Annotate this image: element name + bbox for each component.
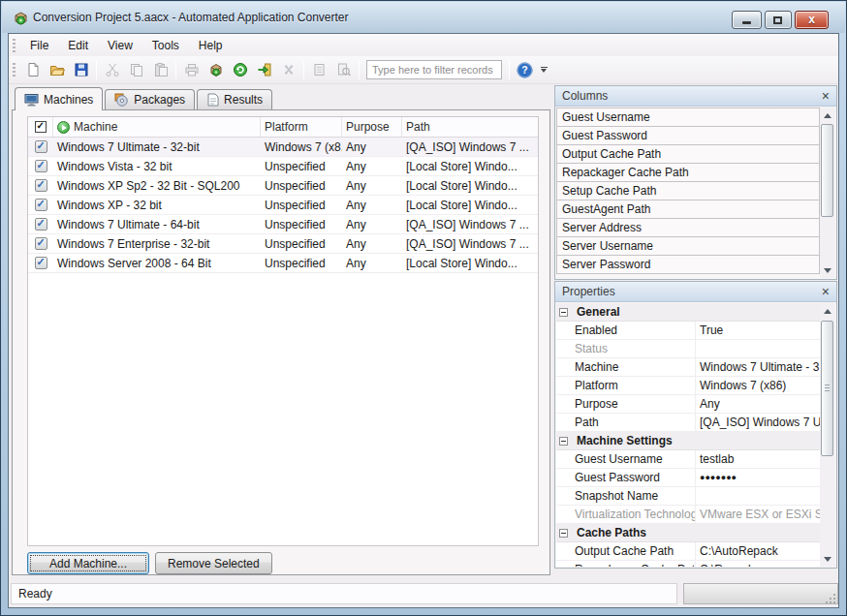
cell-path: [QA_ISO] Windows 7 ... (402, 218, 538, 231)
property-row[interactable]: Snapshot Name (556, 487, 820, 506)
row-checkbox[interactable] (35, 257, 47, 269)
column-header-path[interactable]: Path (402, 117, 538, 137)
property-value[interactable]: C:\AutoRepack (695, 542, 820, 560)
row-checkbox[interactable] (35, 218, 47, 231)
property-row[interactable]: Guest Password ●●●●●●● (556, 469, 820, 487)
property-value[interactable]: C:\Repackager (695, 561, 820, 567)
minimize-button[interactable] (732, 11, 762, 29)
tab-packages[interactable]: Packages (105, 89, 195, 109)
row-checkbox[interactable] (35, 237, 47, 250)
property-value[interactable]: ●●●●●●● (695, 469, 820, 486)
row-checkbox[interactable] (35, 140, 47, 153)
table-row[interactable]: Windows XP Sp2 - 32 Bit - SQL200 Unspeci… (28, 176, 538, 196)
column-header-purpose[interactable]: Purpose (342, 117, 402, 137)
property-row[interactable]: Status (556, 340, 820, 358)
property-row[interactable]: Path [QA_ISO] Windows 7 Ul (556, 414, 820, 432)
property-row[interactable]: Purpose Any (556, 395, 820, 414)
property-label: Enabled (556, 323, 695, 337)
list-item[interactable]: Server Address (556, 218, 820, 237)
row-checkbox[interactable] (35, 179, 47, 192)
property-value[interactable]: Windows 7 Ultimate - 3 (695, 358, 820, 376)
tab-results[interactable]: Results (197, 89, 272, 109)
list-item[interactable]: Guest Username (556, 108, 820, 127)
list-item[interactable]: Server Password (556, 255, 820, 274)
property-row[interactable]: Enabled True (556, 322, 820, 340)
list-item[interactable]: Guest Password (556, 126, 820, 145)
export-button[interactable] (253, 59, 275, 81)
scroll-down-icon[interactable] (820, 262, 835, 278)
remove-selected-button[interactable]: Remove Selected (155, 552, 272, 574)
run-conversion-button[interactable] (229, 59, 251, 81)
row-checkbox[interactable] (35, 199, 47, 211)
list-item[interactable]: Output Cache Path (556, 144, 820, 164)
table-row[interactable]: Windows 7 Ultimate - 64-bit Unspecified … (28, 215, 538, 234)
property-section[interactable]: Cache Paths (556, 524, 820, 542)
property-value[interactable]: Windows 7 (x86) (695, 377, 820, 394)
menu-file[interactable]: File (20, 36, 58, 55)
scrollbar-thumb[interactable] (821, 321, 833, 456)
column-header-platform[interactable]: Platform (261, 117, 342, 137)
new-document-button[interactable] (21, 59, 44, 81)
collapse-icon[interactable] (559, 529, 568, 538)
property-label: Guest Password (556, 471, 695, 484)
maximize-button[interactable] (765, 11, 792, 29)
close-icon[interactable]: × (822, 89, 830, 103)
menu-edit[interactable]: Edit (58, 36, 98, 55)
help-button[interactable]: ? (514, 59, 536, 81)
scroll-down-icon[interactable] (820, 551, 835, 567)
select-all-checkbox-box[interactable] (35, 121, 47, 133)
property-value[interactable] (695, 487, 820, 505)
table-row[interactable]: Windows Server 2008 - 64 Bit Unspecified… (28, 254, 538, 273)
menu-help[interactable]: Help (189, 36, 233, 55)
property-row[interactable]: Virtualization Technolog VMware ESX or E… (556, 506, 820, 524)
menu-bar: File Edit View Tools Help (9, 34, 838, 56)
row-checkbox[interactable] (35, 160, 47, 172)
collapse-icon[interactable] (559, 308, 568, 317)
scroll-up-icon[interactable] (820, 108, 835, 123)
table-row[interactable]: Windows XP - 32 bit Unspecified Any [Loc… (28, 196, 538, 215)
list-item[interactable]: Server Username (556, 236, 820, 256)
menu-view[interactable]: View (98, 36, 142, 55)
add-machine-button[interactable]: Add Machine... (27, 552, 149, 574)
scroll-up-icon[interactable] (820, 303, 835, 319)
menu-tools[interactable]: Tools (142, 36, 189, 55)
property-value[interactable]: [QA_ISO] Windows 7 Ul (695, 414, 820, 431)
property-row[interactable]: Machine Windows 7 Ultimate - 3 (556, 358, 820, 377)
table-row[interactable]: Windows 7 Ultimate - 32-bit Windows 7 (x… (28, 138, 538, 157)
collapse-icon[interactable] (559, 437, 568, 446)
select-all-checkbox[interactable] (28, 117, 53, 137)
properties-scrollbar[interactable] (820, 303, 835, 567)
status-progress-panel (683, 583, 838, 604)
property-value[interactable]: testlab (695, 450, 820, 468)
list-item[interactable]: Repackager Cache Path (556, 163, 820, 182)
close-button[interactable]: x (795, 11, 829, 29)
property-value[interactable]: True (695, 322, 820, 339)
table-row[interactable]: Windows 7 Enterprise - 32-bit Unspecifie… (28, 234, 538, 254)
list-item[interactable]: GuestAgent Path (556, 200, 820, 219)
cell-platform: Windows 7 (x8... (261, 140, 342, 154)
filter-records-input[interactable] (366, 60, 502, 79)
tab-machines[interactable]: Machines (15, 87, 103, 110)
property-row[interactable]: Guest Username testlab (556, 450, 820, 469)
copy-button (125, 59, 147, 81)
scrollbar-thumb[interactable] (821, 124, 833, 217)
table-row[interactable]: Windows Vista - 32 bit Unspecified Any [… (28, 157, 538, 176)
property-section[interactable]: Machine Settings (556, 432, 820, 450)
save-button[interactable] (70, 59, 92, 81)
property-row[interactable]: Output Cache Path C:\AutoRepack (556, 542, 820, 561)
property-row[interactable]: Platform Windows 7 (x86) (556, 377, 820, 395)
cell-purpose: Any (342, 257, 402, 270)
column-header-machine[interactable]: Machine (53, 117, 261, 137)
columns-panel-title: Columns (562, 89, 608, 103)
list-item[interactable]: Setup Cache Path (556, 181, 820, 200)
property-value[interactable]: Any (695, 395, 820, 413)
columns-scrollbar[interactable] (820, 108, 835, 278)
property-row[interactable]: Repackager Cache Path C:\Repackager (556, 561, 820, 567)
package-button[interactable] (204, 59, 227, 81)
cell-platform: Unspecified (261, 257, 342, 270)
resize-grip[interactable] (826, 594, 835, 603)
toolbar-overflow-button[interactable] (537, 60, 550, 79)
open-button[interactable] (46, 59, 68, 81)
close-icon[interactable]: × (822, 285, 830, 298)
property-section[interactable]: General (556, 303, 820, 322)
